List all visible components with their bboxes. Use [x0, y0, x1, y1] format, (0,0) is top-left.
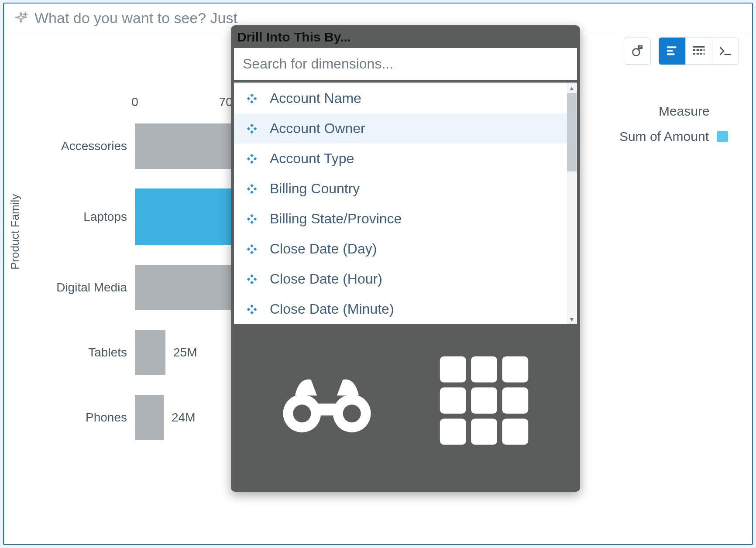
dimension-label: Billing State/Province: [270, 211, 402, 227]
dimension-item[interactable]: Close Date (Day): [234, 234, 577, 264]
dimension-item[interactable]: Account Owner: [234, 113, 577, 144]
bar-label: Laptops: [52, 210, 135, 224]
table-view-button[interactable]: [685, 38, 712, 65]
dimension-icon: [245, 92, 258, 105]
legend-item[interactable]: Sum of Amount: [619, 129, 728, 144]
dimension-icon: [245, 243, 258, 256]
binoculars-icon[interactable]: [277, 366, 377, 437]
svg-rect-10: [704, 49, 705, 51]
dimension-item[interactable]: Billing State/Province: [234, 204, 577, 234]
svg-rect-3: [667, 46, 676, 48]
svg-rect-24: [471, 387, 497, 414]
dimension-label: Account Name: [270, 90, 361, 106]
svg-rect-8: [697, 49, 699, 51]
dimension-icon: [245, 152, 258, 165]
query-view-button[interactable]: [712, 38, 739, 65]
svg-rect-2: [640, 47, 642, 49]
bar-label: Digital Media: [52, 281, 135, 295]
svg-rect-26: [440, 418, 466, 445]
explore-button[interactable]: [624, 38, 651, 65]
bar-rect[interactable]: [135, 395, 164, 440]
svg-rect-28: [502, 418, 528, 445]
dimension-icon: [245, 182, 258, 195]
svg-rect-12: [697, 53, 699, 55]
bar-label: Tablets: [52, 346, 135, 360]
x-tick: 0: [122, 95, 148, 109]
legend-title: Measure: [619, 104, 728, 119]
dimension-item[interactable]: Account Type: [234, 144, 577, 174]
svg-rect-9: [700, 49, 702, 51]
dimension-item[interactable]: Billing Country: [234, 174, 577, 204]
view-mode-group: [659, 38, 739, 65]
svg-rect-21: [471, 356, 497, 383]
popover-title: Drill Into This By...: [231, 25, 580, 48]
sparkle-icon: [14, 11, 28, 26]
scroll-thumb[interactable]: [567, 93, 577, 171]
legend-label: Sum of Amount: [619, 129, 709, 144]
svg-rect-13: [700, 53, 702, 55]
y-axis-title: Product Family: [8, 194, 22, 270]
chart-view-button[interactable]: [659, 38, 686, 65]
scroll-down-icon[interactable]: ▼: [567, 315, 577, 324]
scrollbar[interactable]: ▲ ▼: [567, 83, 577, 324]
grid-icon[interactable]: [434, 350, 534, 452]
svg-rect-11: [693, 53, 695, 55]
svg-rect-23: [440, 387, 466, 414]
legend: Measure Sum of Amount: [619, 104, 728, 144]
bar-value: 24M: [172, 411, 195, 425]
scroll-up-icon[interactable]: ▲: [567, 83, 577, 93]
x-axis-ticks: 0 70M: [135, 95, 244, 109]
dimension-item[interactable]: Account Name: [234, 83, 577, 113]
popover-actions: [231, 324, 580, 492]
dimension-label: Close Date (Hour): [270, 271, 382, 287]
nlq-search-input[interactable]: [34, 10, 742, 27]
dimension-list-wrap: Account Name Account Owner Account Type …: [234, 82, 577, 324]
svg-rect-1: [638, 45, 639, 49]
dimension-list[interactable]: Account Name Account Owner Account Type …: [234, 83, 577, 324]
bar-value: 25M: [173, 346, 197, 360]
svg-rect-25: [502, 387, 528, 414]
dimension-label: Close Date (Minute): [270, 301, 394, 317]
dimension-label: Close Date (Day): [270, 241, 377, 257]
dimension-icon: [245, 212, 258, 226]
dimension-icon: [245, 122, 258, 135]
dimension-item[interactable]: Close Date (Hour): [234, 264, 577, 294]
bar-label: Phones: [52, 411, 135, 425]
app-frame: Product Family 0 70M 350M Accessories La…: [3, 3, 753, 545]
svg-point-18: [343, 404, 361, 422]
dimension-label: Account Owner: [270, 120, 365, 137]
drill-popover: Drill Into This By... Account Name Accou…: [231, 25, 580, 492]
svg-rect-22: [502, 356, 528, 383]
svg-rect-4: [667, 50, 673, 51]
svg-rect-7: [693, 49, 695, 51]
bar-rect[interactable]: [135, 330, 165, 375]
dimension-search-input[interactable]: [234, 48, 577, 80]
svg-rect-6: [693, 46, 705, 48]
dimension-item[interactable]: Close Date (Minute): [234, 294, 577, 324]
svg-rect-20: [440, 356, 466, 383]
dimension-label: Billing Country: [270, 181, 360, 197]
svg-point-17: [293, 404, 311, 422]
svg-rect-27: [471, 418, 497, 445]
svg-rect-5: [667, 53, 674, 55]
legend-swatch: [717, 131, 728, 142]
dimension-label: Account Type: [270, 151, 354, 167]
svg-rect-19: [315, 404, 339, 415]
dimension-icon: [245, 303, 258, 316]
dimension-icon: [245, 273, 258, 286]
view-toolbar: [624, 38, 739, 65]
bar-label: Accessories: [52, 139, 135, 153]
svg-rect-14: [704, 53, 705, 55]
